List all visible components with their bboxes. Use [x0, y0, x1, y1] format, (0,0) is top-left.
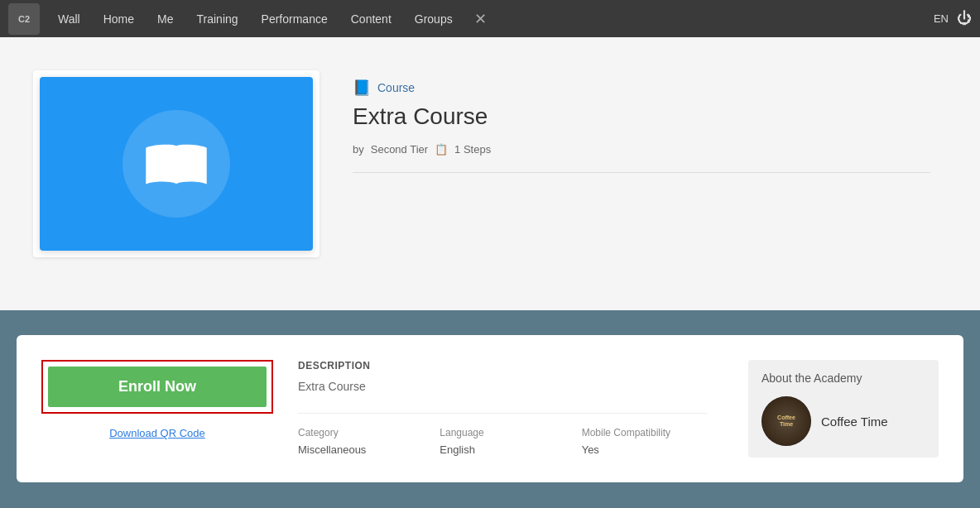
nav-wall[interactable]: Wall — [46, 0, 92, 37]
download-qr-link[interactable]: Download QR Code — [109, 427, 205, 439]
power-button[interactable]: ⏻ — [957, 10, 972, 27]
academy-avatar: CoffeeTime — [761, 396, 811, 446]
description-heading: DESCRIPTION — [298, 360, 707, 371]
bottom-inner: Enroll Now Download QR Code DESCRIPTION … — [17, 335, 963, 482]
course-meta: by Second Tier 📋 1 Steps — [353, 143, 930, 156]
description-text: Extra Course — [298, 380, 707, 393]
enroll-column: Enroll Now Download QR Code — [41, 360, 273, 458]
course-thumbnail — [40, 77, 313, 251]
meta-grid: Category Miscellaneous Language English … — [298, 427, 707, 457]
academy-profile: CoffeeTime Coffee Time — [761, 396, 925, 446]
language-selector[interactable]: EN — [934, 12, 949, 25]
academy-heading: About the Academy — [761, 371, 925, 385]
coffee-logo-text: CoffeeTime — [777, 415, 795, 429]
language-label: Language — [440, 427, 564, 439]
enroll-now-button[interactable]: Enroll Now — [48, 367, 267, 407]
category-label: Category — [298, 427, 423, 439]
course-header-section: 📘 Course Extra Course by Second Tier 📋 1… — [0, 37, 980, 310]
coffee-logo: CoffeeTime — [761, 396, 811, 446]
right-controls: EN ⏻ — [934, 10, 972, 27]
close-icon[interactable]: ✕ — [464, 0, 497, 37]
app-logo[interactable]: C2 — [8, 3, 40, 35]
category-item: Category Miscellaneous — [298, 427, 423, 457]
mobile-value: Yes — [582, 443, 599, 456]
navbar: C2 Wall Home Me Training Performance Con… — [0, 0, 980, 37]
steps-count: 1 Steps — [454, 143, 491, 156]
description-divider — [298, 413, 707, 414]
language-value: English — [440, 443, 475, 456]
nav-groups[interactable]: Groups — [403, 0, 464, 37]
steps-icon: 📋 — [435, 143, 448, 156]
course-title: Extra Course — [353, 103, 930, 130]
course-thumbnail-wrapper — [33, 70, 319, 257]
thumbnail-circle — [122, 110, 230, 218]
book-icon — [139, 135, 214, 193]
course-type-icon: 📘 — [353, 79, 371, 97]
mobile-item: Mobile Compatibility Yes — [582, 427, 707, 457]
nav-performance[interactable]: Performance — [250, 0, 339, 37]
academy-column: About the Academy CoffeeTime Coffee Time — [748, 360, 939, 458]
author-name: Second Tier — [371, 143, 428, 156]
academy-box: About the Academy CoffeeTime Coffee Time — [748, 360, 939, 458]
academy-name: Coffee Time — [821, 415, 888, 429]
course-type-text: Course — [377, 81, 415, 94]
course-info: 📘 Course Extra Course by Second Tier 📋 1… — [353, 70, 930, 173]
language-item: Language English — [440, 427, 564, 457]
category-value: Miscellaneous — [298, 443, 366, 456]
by-label: by — [353, 143, 364, 156]
mobile-label: Mobile Compatibility — [582, 427, 707, 439]
description-column: DESCRIPTION Extra Course Category Miscel… — [298, 360, 723, 458]
bottom-section: Enroll Now Download QR Code DESCRIPTION … — [0, 310, 980, 508]
nav-training[interactable]: Training — [185, 0, 250, 37]
course-type: 📘 Course — [353, 79, 930, 97]
nav-me[interactable]: Me — [146, 0, 185, 37]
nav-home[interactable]: Home — [92, 0, 146, 37]
enroll-button-wrapper: Enroll Now — [41, 360, 273, 414]
nav-content[interactable]: Content — [339, 0, 403, 37]
course-divider — [353, 172, 930, 173]
svg-rect-0 — [175, 146, 178, 184]
